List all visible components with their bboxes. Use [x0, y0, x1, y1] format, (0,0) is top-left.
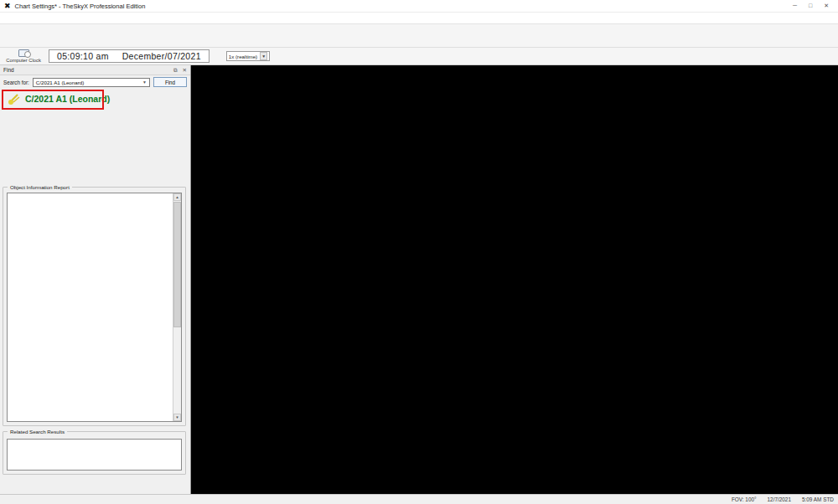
- related-results-group: Related Search Results: [3, 431, 186, 475]
- scrollbar[interactable]: ▲ ▼: [173, 193, 181, 421]
- object-info-group: Object Information Report ▲ ▼: [3, 187, 186, 426]
- search-row: Search for: C/2021 A1 (Leonard) ▼ Find: [0, 76, 190, 88]
- find-panel: Find ⧉ ✕ Search for: C/2021 A1 (Leonard)…: [0, 65, 191, 494]
- object-info-report[interactable]: ▲ ▼: [7, 193, 182, 422]
- find-button[interactable]: Find: [153, 77, 187, 87]
- title-bar: ✖ Chart Settings* - TheSkyX Professional…: [0, 0, 838, 13]
- chevron-down-icon: ▼: [142, 80, 147, 85]
- status-bar: FOV: 100° 12/7/2021 5:09 AM STD: [0, 494, 838, 504]
- computer-clock-button[interactable]: Computer Clock: [3, 49, 44, 63]
- maximize-icon[interactable]: □: [809, 3, 812, 9]
- window-controls: ─ □ ✕: [793, 3, 834, 9]
- window-title: Chart Settings* - TheSkyX Professional E…: [15, 3, 146, 10]
- related-results-list[interactable]: [7, 439, 182, 471]
- search-result-row: C/2021 A1 (Leonard): [0, 89, 190, 111]
- app-logo-icon: ✖: [4, 3, 11, 10]
- time-rate-select[interactable]: 1x (realtime) ▼: [226, 51, 270, 61]
- theskyx-window: ✖ Chart Settings* - TheSkyX Professional…: [0, 0, 838, 504]
- chevron-down-icon: ▼: [260, 52, 267, 60]
- time-toolbar: Computer Clock 05:09:10 am December/07/2…: [0, 48, 838, 65]
- time-date-display[interactable]: 05:09:10 am December/07/2021: [49, 49, 210, 63]
- current-time: 05:09:10 am: [57, 51, 109, 61]
- minimize-icon[interactable]: ─: [793, 3, 797, 9]
- status-date: 12/7/2021: [768, 496, 791, 502]
- computer-clock-icon: [18, 49, 29, 57]
- current-date: December/07/2021: [122, 51, 201, 61]
- scroll-down-icon[interactable]: ▼: [173, 414, 181, 421]
- find-panel-header: Find ⧉ ✕: [0, 65, 190, 75]
- scroll-thumb[interactable]: [173, 202, 181, 327]
- float-icon[interactable]: ⧉: [173, 67, 178, 74]
- annotation-rectangle: [2, 90, 104, 110]
- status-time: 5:09 AM STD: [802, 496, 834, 502]
- sky-chart[interactable]: [191, 65, 838, 494]
- orientation-toolbar: [0, 24, 838, 48]
- menu-bar: [0, 13, 838, 24]
- star-chart-canvas[interactable]: [191, 65, 838, 494]
- scroll-up-icon[interactable]: ▲: [173, 193, 181, 201]
- search-input[interactable]: C/2021 A1 (Leonard) ▼: [33, 78, 150, 87]
- main-area: Find ⧉ ✕ Search for: C/2021 A1 (Leonard)…: [0, 65, 838, 494]
- status-fov: FOV: 100°: [732, 496, 757, 502]
- close-icon[interactable]: ✕: [824, 3, 829, 9]
- close-icon[interactable]: ✕: [183, 67, 187, 74]
